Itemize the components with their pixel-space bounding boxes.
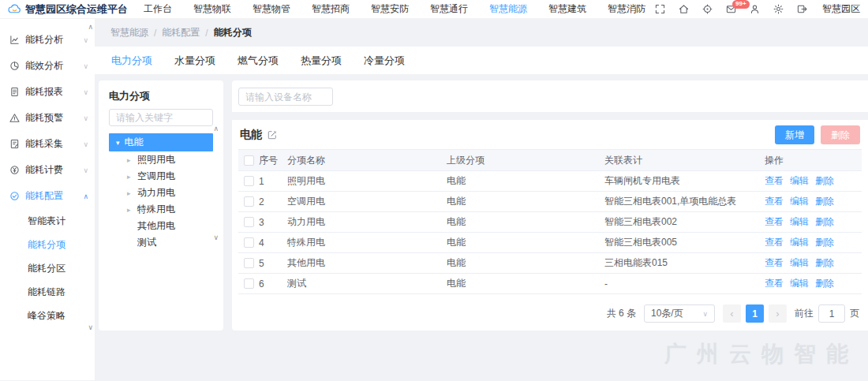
sidebar-item-energy-report[interactable]: 能耗报表 ∨ (0, 79, 95, 105)
exit-icon[interactable] (797, 4, 807, 14)
view-link[interactable]: 查看 (765, 236, 784, 249)
edit-icon[interactable] (268, 130, 277, 140)
cell-no: 3 (259, 217, 287, 228)
home-icon[interactable] (679, 4, 689, 14)
delete-link[interactable]: 删除 (815, 277, 834, 290)
sidebar-item-label: 能耗报表 (25, 85, 63, 99)
view-link[interactable]: 查看 (765, 195, 784, 208)
sidebar-item-label: 能耗分析 (25, 33, 63, 47)
delete-link[interactable]: 删除 (815, 174, 834, 188)
cell-no: 5 (259, 258, 287, 269)
sidebar-scroll-up-icon[interactable]: ∧ (88, 24, 93, 31)
tab-gas[interactable]: 燃气分项 (238, 54, 279, 68)
keyword-search-input[interactable] (109, 109, 213, 126)
tree-node-label: 空调用电 (137, 170, 175, 183)
user-icon[interactable] (750, 4, 760, 14)
edit-link[interactable]: 编辑 (790, 195, 809, 208)
delete-link[interactable]: 删除 (815, 215, 834, 229)
row-checkbox[interactable] (244, 258, 254, 268)
current-page-button[interactable]: 1 (746, 304, 764, 323)
sidebar-item-energy-analysis[interactable]: 能耗分析 ∨ (0, 27, 95, 53)
cell-name: 动力用电 (287, 215, 447, 229)
breadcrumb-item[interactable]: 能耗配置 (162, 26, 200, 39)
nav-item-energy[interactable]: 智慧能源 (489, 2, 527, 16)
sidebar-subitem-energy-subitem[interactable]: 能耗分项 (0, 233, 95, 256)
nav-item-iot[interactable]: 智慧物联 (193, 2, 231, 16)
page-size-select[interactable]: 10条/页 ∨ (644, 304, 715, 323)
view-link[interactable]: 查看 (765, 174, 784, 188)
nav-item-workbench[interactable]: 工作台 (144, 2, 172, 16)
app-logo[interactable]: 智慧园区综合运维平台 (8, 2, 128, 17)
sidebar-subitem-label: 能耗分区 (28, 262, 65, 275)
view-link[interactable]: 查看 (765, 256, 784, 270)
nav-item-building[interactable]: 智慧建筑 (548, 2, 586, 16)
delete-link[interactable]: 删除 (815, 256, 834, 270)
view-link[interactable]: 查看 (765, 215, 784, 229)
tree-node-lighting[interactable]: ▸照明用电 (109, 151, 213, 168)
goto-page-input[interactable] (818, 304, 845, 323)
edit-link[interactable]: 编辑 (790, 277, 809, 290)
row-checkbox[interactable] (244, 237, 254, 248)
sidebar-scroll-down-icon[interactable]: ∨ (88, 324, 93, 331)
delete-button[interactable]: 删除 (821, 125, 860, 144)
sidebar-subitem-energy-link[interactable]: 能耗链路 (0, 280, 95, 304)
tree-scroll-down-icon[interactable]: ∨ (213, 234, 219, 241)
cell-parent: 电能 (447, 277, 604, 290)
cell-no: 1 (259, 176, 287, 187)
aim-icon[interactable] (702, 4, 713, 14)
tree-node-test[interactable]: 测试 (109, 234, 213, 251)
tab-water[interactable]: 水量分项 (174, 54, 215, 68)
tree-node-power[interactable]: ▸动力用电 (109, 185, 213, 201)
sidebar-item-efficiency-analysis[interactable]: 能效分析 ∨ (0, 53, 95, 79)
row-checkbox[interactable] (244, 196, 254, 207)
breadcrumb-item[interactable]: 智慧能源 (110, 26, 148, 39)
row-checkbox[interactable] (244, 217, 254, 227)
cell-parent: 电能 (447, 195, 604, 208)
tree-node-special[interactable]: ▸特殊用电 (109, 201, 213, 218)
nav-item-park[interactable]: 智慧园区 (822, 2, 860, 16)
tab-electric[interactable]: 电力分项 (111, 54, 152, 68)
cell-name: 测试 (287, 277, 447, 290)
sidebar-item-energy-alert[interactable]: 能耗预警 ∨ (0, 105, 95, 131)
row-checkbox[interactable] (244, 176, 254, 186)
prev-page-button[interactable]: ‹ (723, 304, 741, 323)
cell-meter: 智能三相电表002 (604, 215, 765, 229)
tree-node-root[interactable]: ▾ 电能 (109, 133, 213, 151)
fullscreen-icon[interactable] (655, 4, 665, 14)
cell-name: 空调用电 (287, 195, 447, 208)
view-link[interactable]: 查看 (765, 277, 784, 290)
nav-item-security[interactable]: 智慧安防 (371, 2, 409, 16)
sidebar-subitem-smart-meter[interactable]: 智能表计 (0, 209, 95, 233)
nav-item-investment[interactable]: 智慧招商 (312, 2, 350, 16)
sidebar-item-energy-config[interactable]: 能耗配置 ∧ (0, 183, 95, 209)
chevron-down-icon: ∨ (83, 36, 88, 44)
next-page-button[interactable]: › (769, 304, 787, 323)
mail-badge: 99+ (732, 0, 750, 9)
sidebar-subitem-peak-valley[interactable]: 峰谷策略 (0, 304, 95, 327)
nav-item-property[interactable]: 智慧物管 (253, 2, 290, 16)
edit-link[interactable]: 编辑 (790, 236, 809, 249)
caret-right-icon: ▸ (127, 189, 133, 197)
tree-scroll-up-icon[interactable]: ∧ (213, 125, 219, 133)
delete-link[interactable]: 删除 (815, 236, 834, 249)
nav-item-access[interactable]: 智慧通行 (430, 2, 468, 16)
add-button[interactable]: 新增 (775, 125, 814, 144)
tab-heat[interactable]: 热量分项 (301, 54, 342, 68)
delete-link[interactable]: 删除 (815, 195, 834, 208)
sidebar-item-energy-collect[interactable]: 能耗采集 ∨ (0, 131, 95, 157)
trend-chart-icon (9, 35, 20, 45)
nav-item-fire[interactable]: 智慧消防 (608, 2, 645, 16)
sidebar-item-energy-billing[interactable]: 能耗计费 ∨ (0, 157, 95, 183)
settings-icon[interactable] (773, 4, 784, 14)
sidebar-subitem-energy-zone[interactable]: 能耗分区 (0, 256, 95, 280)
mail-icon[interactable]: 99+ (726, 4, 736, 14)
edit-link[interactable]: 编辑 (790, 256, 809, 270)
row-checkbox[interactable] (244, 278, 254, 289)
tree-node-hvac[interactable]: ▸空调用电 (109, 168, 213, 185)
edit-link[interactable]: 编辑 (790, 174, 809, 188)
tab-cooling[interactable]: 冷量分项 (364, 54, 405, 68)
device-search-input[interactable] (238, 88, 333, 106)
tree-node-other[interactable]: 其他用电 (109, 218, 213, 234)
edit-link[interactable]: 编辑 (790, 215, 809, 229)
select-all-checkbox[interactable] (244, 155, 254, 166)
